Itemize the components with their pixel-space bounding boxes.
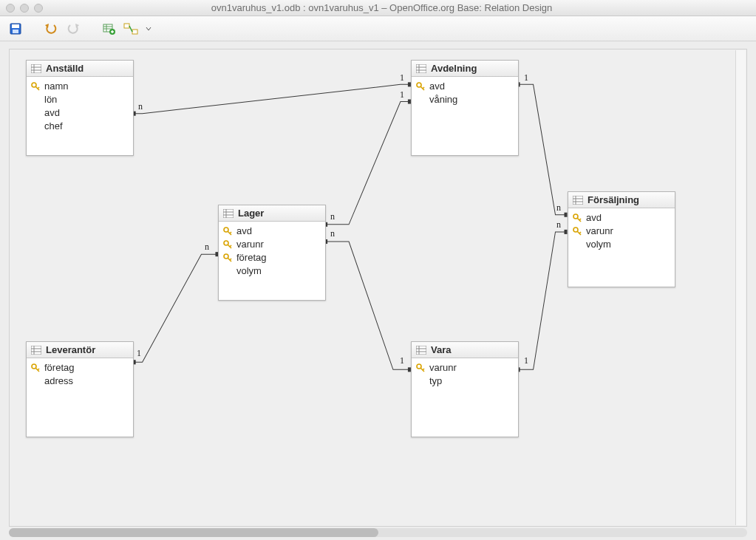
table-lager[interactable]: Lager avd varunr företag volym [218, 205, 326, 301]
table-row[interactable]: avd [573, 211, 670, 225]
table-header[interactable]: Anställd [27, 61, 133, 77]
table-header[interactable]: Avdelning [412, 61, 518, 77]
table-row[interactable]: företag [31, 361, 129, 375]
table-row[interactable]: adress [31, 375, 129, 388]
undo-button[interactable] [43, 21, 59, 37]
redo-button[interactable] [65, 21, 81, 37]
canvas-area: n 1 n 1 n 1 n 1 n 1 n 1 Anställd namn lö… [0, 41, 756, 540]
table-title: Vara [431, 344, 451, 355]
table-row[interactable]: typ [416, 375, 514, 388]
table-row[interactable]: avd [416, 80, 514, 93]
field-name: våning [429, 93, 457, 106]
card-label: n [556, 219, 561, 230]
field-name: varunr [586, 225, 613, 238]
minimize-icon[interactable] [20, 4, 29, 13]
zoom-icon[interactable] [34, 4, 43, 13]
table-avdelning[interactable]: Avdelning avd våning [411, 60, 519, 156]
card-label: 1 [524, 72, 528, 83]
table-row[interactable]: chef [31, 120, 129, 133]
relation-canvas[interactable]: n 1 n 1 n 1 n 1 n 1 n 1 Anställd namn lö… [9, 49, 747, 527]
svg-rect-50 [416, 346, 426, 355]
card-label: n [556, 202, 561, 213]
table-vara[interactable]: Vara varunr typ [411, 341, 519, 437]
add-relation-button[interactable] [123, 21, 139, 37]
table-header[interactable]: Lager [219, 205, 325, 222]
vertical-scrollbar[interactable] [735, 50, 746, 525]
table-row[interactable]: lön [31, 93, 129, 106]
svg-rect-22 [31, 64, 41, 73]
table-fields: avd varunr volym [568, 208, 675, 259]
field-name: adress [44, 375, 73, 388]
card-label: n [330, 228, 335, 239]
table-row[interactable]: volym [573, 238, 670, 251]
add-table-button[interactable] [101, 21, 117, 37]
close-icon[interactable] [6, 4, 15, 13]
add-table-icon [102, 22, 115, 35]
svg-rect-2 [13, 30, 18, 33]
table-row[interactable]: varunr [573, 225, 670, 238]
horizontal-scrollbar-thumb[interactable] [9, 528, 378, 537]
svg-rect-32 [223, 209, 234, 218]
table-forsaljning[interactable]: Försäljning avd varunr volym [568, 191, 675, 287]
table-row[interactable]: avd [223, 225, 321, 238]
table-icon [573, 196, 583, 205]
card-label: 1 [137, 348, 141, 359]
table-fields: varunr typ [412, 358, 518, 403]
card-label: n [138, 101, 143, 112]
table-fields: företag adress [27, 358, 133, 403]
table-header[interactable]: Vara [412, 342, 518, 358]
table-title: Avdelning [431, 63, 477, 74]
table-row[interactable]: volym [223, 264, 321, 278]
key-icon [223, 240, 232, 249]
key-icon [223, 253, 232, 262]
undo-icon [44, 22, 58, 35]
field-name: avd [44, 106, 60, 120]
table-header[interactable]: Leverantör [27, 342, 133, 358]
toolbar-overflow[interactable] [145, 21, 152, 37]
field-name: lön [44, 93, 57, 106]
toolbar [0, 16, 756, 41]
key-icon [416, 82, 425, 91]
table-title: Försäljning [588, 194, 639, 205]
table-anstalld[interactable]: Anställd namn lön avd chef [26, 60, 134, 156]
save-button[interactable] [7, 21, 24, 37]
window-title: ovn1varuhus_v1.odb : ovn1varuhus_v1 – Op… [49, 2, 715, 13]
svg-rect-9 [132, 30, 137, 34]
key-icon [223, 227, 232, 236]
table-icon [31, 64, 41, 73]
app-window: ovn1varuhus_v1.odb : ovn1varuhus_v1 – Op… [0, 0, 756, 540]
svg-rect-39 [573, 196, 583, 205]
table-fields: avd våning [412, 77, 518, 121]
card-label: 1 [400, 72, 404, 83]
key-icon [31, 82, 40, 91]
table-row[interactable]: avd [31, 106, 129, 120]
table-row[interactable]: företag [223, 251, 321, 264]
table-row[interactable]: varunr [416, 361, 514, 375]
svg-rect-1 [12, 24, 19, 28]
table-fields: avd varunr företag volym [219, 222, 325, 285]
table-row[interactable]: namn [31, 80, 129, 93]
redo-icon [66, 22, 81, 35]
horizontal-scrollbar[interactable] [9, 528, 747, 537]
field-name: avd [429, 80, 445, 93]
card-label: 1 [400, 89, 404, 100]
key-icon [31, 363, 40, 372]
field-name: chef [44, 120, 63, 133]
titlebar[interactable]: ovn1varuhus_v1.odb : ovn1varuhus_v1 – Op… [0, 0, 756, 16]
table-title: Anställd [46, 63, 84, 74]
field-name: varunr [236, 238, 264, 251]
field-name: avd [586, 211, 602, 225]
field-name: typ [429, 375, 442, 388]
table-icon [223, 209, 234, 218]
table-title: Lager [238, 208, 264, 219]
field-name: volym [586, 238, 611, 251]
table-header[interactable]: Försäljning [568, 192, 675, 208]
table-row[interactable]: våning [416, 93, 514, 106]
table-row[interactable]: varunr [223, 238, 321, 251]
save-icon [9, 22, 22, 35]
svg-rect-21 [564, 230, 567, 234]
table-icon [416, 64, 426, 73]
table-icon [31, 346, 41, 355]
add-relation-icon [123, 22, 138, 35]
table-leverantor[interactable]: Leverantör företag adress [26, 341, 134, 437]
